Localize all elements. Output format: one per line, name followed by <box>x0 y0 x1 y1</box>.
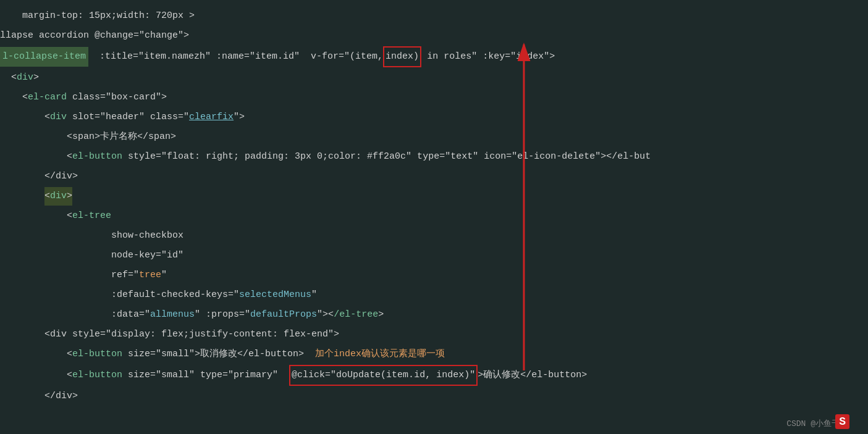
code-click-box: @click="doUpdate(item.id, index)" <box>289 365 478 386</box>
code-line-10: <div> <box>0 186 868 206</box>
code-text: el-button <box>72 148 122 166</box>
code-line-5: <el-card class="box-card"> <box>0 88 868 107</box>
code-text: <span>卡片名称</span> <box>0 128 176 146</box>
code-text: slot="header" class=" <box>67 108 189 127</box>
code-text: /el-tree <box>334 306 378 324</box>
code-text: div <box>50 108 67 127</box>
csdn-logo: S <box>835 414 849 429</box>
code-text: node-key="id" <box>0 246 183 265</box>
code-line-12: show-checkbox <box>0 226 868 246</box>
code-editor: margin-top: 15px;width: 720px > llapse a… <box>0 0 868 434</box>
code-line-19: <el-button size="small" type="primary" @… <box>0 364 868 386</box>
code-text: <div> <box>44 187 72 206</box>
code-text: show-checkbox <box>0 227 183 245</box>
code-text: el-card <box>28 88 67 107</box>
code-line-20: </div> <box>0 386 868 406</box>
code-line-4: <div> <box>0 68 868 88</box>
code-text: " <box>311 286 317 304</box>
code-text: < <box>0 207 72 225</box>
code-text: </div> <box>0 387 78 406</box>
code-text: " :props=" <box>195 306 250 324</box>
watermark: CSDN @小鱼千🐟 S <box>786 418 849 429</box>
code-line-8: <el-button style="float: right; padding:… <box>0 147 868 167</box>
code-text: ref=" <box>0 266 139 285</box>
code-text: margin-top: 15px;width: 720px > <box>0 7 195 25</box>
code-line-11: <el-tree <box>0 206 868 226</box>
code-line-7: <span>卡片名称</span> <box>0 127 868 147</box>
code-text: class="box-card"> <box>67 88 167 107</box>
code-text: size="small" type="primary" <box>122 366 289 385</box>
code-line-6: <div slot="header" class="clearfix"> <box>0 107 868 127</box>
code-text: el-tree <box>72 207 111 225</box>
code-text: :title="item.namezh" :name="item.id" v-f… <box>88 48 383 66</box>
code-text: < <box>0 345 72 364</box>
code-line-16: :data="allmenus" :props="defaultProps"><… <box>0 305 868 325</box>
code-text: style="float: right; padding: 3px 0;colo… <box>122 148 651 166</box>
code-text: < <box>0 108 50 127</box>
code-line-15: :default-checked-keys="selectedMenus" <box>0 285 868 305</box>
annotation-text: 加个index确认该元素是哪一项 <box>304 345 445 364</box>
code-text: tree <box>139 266 161 285</box>
highlight-tag: l-collapse-item <box>0 47 88 67</box>
code-text: > <box>378 306 384 324</box>
code-text: "> <box>234 108 245 127</box>
code-text: clearfix <box>189 108 234 127</box>
code-text: " <box>161 266 167 285</box>
code-text: </div> <box>0 167 78 186</box>
code-line-1: margin-top: 15px;width: 720px > <box>0 6 868 26</box>
code-text: >确认修改</el-button> <box>478 366 587 385</box>
code-text: ">< <box>317 306 334 324</box>
code-text <box>0 187 44 206</box>
code-text: :default-checked-keys=" <box>0 286 239 304</box>
code-line-18: <el-button size="small">取消修改</el-button>… <box>0 344 868 364</box>
code-index-box: index) <box>383 46 421 67</box>
code-text: < <box>0 88 28 107</box>
code-line-9: </div> <box>0 167 868 186</box>
code-text: < <box>0 148 72 166</box>
code-line-14: ref="tree" <box>0 265 868 285</box>
code-text: > <box>33 69 39 87</box>
code-text: size="small">取消修改</el-button> <box>122 345 304 364</box>
code-text: div <box>17 69 33 87</box>
code-text: defaultProps <box>250 306 317 324</box>
code-text: allmenus <box>150 306 195 324</box>
code-line-17: <div style="display: flex;justify-conten… <box>0 325 868 344</box>
code-line-13: node-key="id" <box>0 246 868 265</box>
code-text: selectedMenus <box>239 286 311 304</box>
code-text: el-button <box>72 345 122 364</box>
code-text: llapse accordion @change="change"> <box>0 27 189 45</box>
code-text: in roles" :key="index"> <box>421 48 555 66</box>
code-text: <div style="display: flex;justify-conten… <box>0 325 339 344</box>
code-text: :data=" <box>0 306 150 324</box>
code-text: el-button <box>72 366 122 385</box>
code-line-3: l-collapse-item :title="item.namezh" :na… <box>0 46 868 68</box>
code-text: < <box>0 366 72 385</box>
code-text: < <box>0 69 17 87</box>
code-line-2: llapse accordion @change="change"> <box>0 26 868 46</box>
